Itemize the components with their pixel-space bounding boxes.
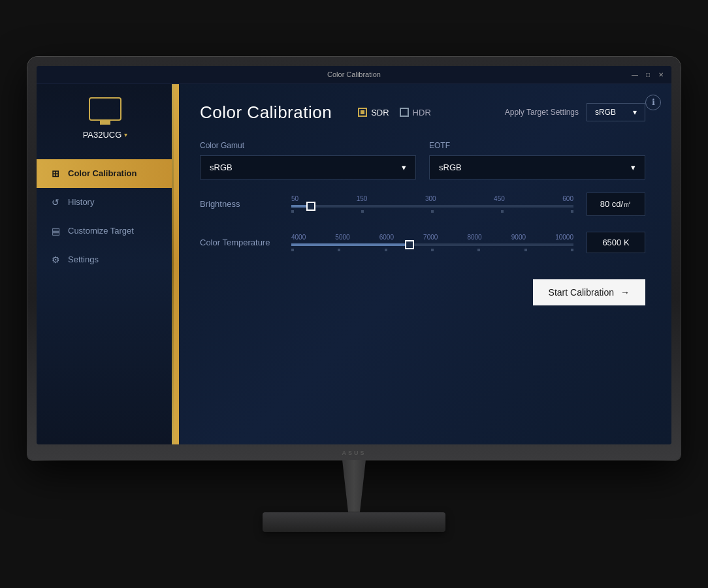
brightness-tick-0: 50 [291, 195, 298, 202]
brightness-dot-3 [501, 210, 504, 213]
eotf-dropdown[interactable]: sRGB ▾ [429, 155, 645, 179]
apply-target-value: sRGB [595, 108, 616, 117]
info-button[interactable]: ℹ [645, 95, 661, 110]
sdr-label: SDR [371, 108, 389, 117]
sidebar-item-label-customize-target: Customize Target [68, 226, 134, 236]
color-temperature-thumb[interactable] [405, 240, 414, 249]
sidebar-item-customize-target[interactable]: ▤ Customize Target [37, 217, 174, 245]
device-name-text: PA32UCG [83, 130, 122, 140]
tab-sdr[interactable]: SDR [358, 108, 389, 117]
ct-dot-3 [431, 249, 434, 251]
tab-hdr[interactable]: HDR [400, 108, 431, 117]
brightness-thumb[interactable] [306, 202, 315, 211]
sidebar-item-label-history: History [68, 197, 94, 207]
ct-dot-6 [571, 249, 573, 251]
brightness-value-display: 80 cd/㎡ [587, 193, 645, 216]
ct-tick-5: 9000 [511, 234, 526, 241]
brightness-tick-1: 150 [357, 195, 368, 202]
color-temperature-row: Color Temperature 4000 5000 6000 7000 80… [200, 232, 645, 253]
eotf-label: EOTF [429, 141, 645, 150]
page-title: Color Calibration [200, 102, 332, 123]
maximize-button[interactable]: □ [644, 70, 652, 78]
monitor-bezel: Color Calibration — □ ✕ PA32UCG ▾ [27, 57, 681, 460]
customize-target-icon: ▤ [50, 226, 61, 236]
brightness-tick-4: 600 [562, 195, 573, 202]
brightness-slider-track[interactable] [291, 205, 573, 208]
color-gamut-dropdown[interactable]: sRGB ▾ [200, 155, 416, 179]
brightness-dots [291, 210, 573, 213]
color-temperature-slider-track[interactable] [291, 243, 573, 246]
ct-dot-1 [338, 249, 340, 251]
brightness-dot-1 [361, 210, 364, 213]
brand-logo: ASUS [342, 450, 366, 456]
color-gamut-chevron-icon: ▾ [402, 162, 406, 172]
gold-stripe [174, 84, 179, 444]
color-temperature-slider-container: 4000 5000 6000 7000 8000 9000 10000 [291, 234, 573, 251]
hdr-checkbox-icon [400, 108, 409, 117]
apply-target-chevron-icon: ▾ [633, 108, 637, 117]
monitor-wrap: Color Calibration — □ ✕ PA32UCG ▾ [27, 57, 681, 532]
color-temperature-ticks: 4000 5000 6000 7000 8000 9000 10000 [291, 234, 573, 241]
content-header: Color Calibration SDR HDR [200, 102, 645, 123]
calibration-footer: Start Calibration → [200, 279, 645, 305]
monitor-base [263, 512, 445, 532]
start-calibration-arrow-icon: → [620, 287, 630, 298]
apply-target-row: Apply Target Settings sRGB ▾ [505, 103, 645, 121]
color-calibration-icon: ⊞ [50, 168, 61, 179]
device-chevron-icon[interactable]: ▾ [124, 131, 127, 138]
brightness-dot-4 [571, 210, 573, 213]
color-temperature-dots [291, 249, 573, 251]
sidebar-item-settings[interactable]: ⚙ Settings [37, 245, 174, 274]
ct-tick-6: 10000 [555, 234, 573, 241]
ct-dot-4 [477, 249, 480, 251]
color-gamut-group: Color Gamut sRGB ▾ [200, 141, 416, 179]
title-bar-text: Color Calibration [327, 70, 381, 78]
mode-tabs: SDR HDR [358, 108, 431, 117]
color-temperature-track-filled [291, 243, 410, 246]
color-temperature-label: Color Temperature [200, 238, 278, 247]
brightness-tick-3: 450 [494, 195, 505, 202]
color-gamut-value: sRGB [210, 162, 233, 172]
settings-icon: ⚙ [50, 255, 61, 265]
close-button[interactable]: ✕ [657, 70, 665, 78]
start-calibration-label: Start Calibration [549, 287, 614, 298]
ct-tick-4: 8000 [467, 234, 481, 241]
sidebar-item-color-calibration[interactable]: ⊞ Color Calibration [37, 159, 174, 188]
eotf-value: sRGB [439, 162, 462, 172]
sidebar-item-history[interactable]: ↺ History [37, 188, 174, 217]
apply-target-label: Apply Target Settings [505, 108, 579, 117]
brightness-dot-0 [291, 210, 294, 213]
start-calibration-button[interactable]: Start Calibration → [533, 279, 645, 305]
ct-tick-2: 6000 [379, 234, 394, 241]
eotf-chevron-icon: ▾ [631, 162, 636, 172]
color-temperature-value-display: 6500 K [587, 232, 645, 253]
brightness-label: Brightness [200, 199, 278, 209]
ct-tick-0: 4000 [291, 234, 306, 241]
hdr-label: HDR [413, 108, 431, 117]
color-gamut-label: Color Gamut [200, 141, 416, 150]
history-icon: ↺ [50, 197, 61, 208]
apply-target-dropdown[interactable]: sRGB ▾ [587, 103, 645, 121]
monitor-screen: Color Calibration — □ ✕ PA32UCG ▾ [37, 66, 671, 444]
sidebar-nav: ⊞ Color Calibration ↺ History ▤ Customiz… [37, 159, 174, 274]
monitor-neck [334, 460, 374, 512]
brightness-row: Brightness 50 150 300 450 600 [200, 193, 645, 216]
sidebar-item-label-settings: Settings [68, 255, 99, 264]
ct-dot-0 [291, 249, 294, 251]
device-icon [89, 97, 121, 121]
eotf-group: EOTF sRGB ▾ [429, 141, 645, 179]
ct-dot-5 [524, 249, 527, 251]
brightness-ticks: 50 150 300 450 600 [291, 195, 573, 202]
brightness-tick-2: 300 [425, 195, 436, 202]
app-layout: PA32UCG ▾ ⊞ Color Calibration ↺ History [37, 84, 671, 444]
device-name-row: PA32UCG ▾ [83, 130, 128, 140]
form-row: Color Gamut sRGB ▾ EOTF sRGB ▾ [200, 141, 645, 179]
title-bar: Color Calibration — □ ✕ [37, 66, 671, 84]
brightness-dot-2 [431, 210, 434, 213]
sdr-checkbox-icon [358, 108, 367, 117]
minimize-button[interactable]: — [631, 70, 639, 78]
ct-tick-1: 5000 [335, 234, 349, 241]
title-bar-controls: — □ ✕ [631, 70, 665, 78]
brightness-slider-container: 50 150 300 450 600 [291, 195, 573, 213]
sidebar-item-label-color-calibration: Color Calibration [68, 168, 137, 178]
